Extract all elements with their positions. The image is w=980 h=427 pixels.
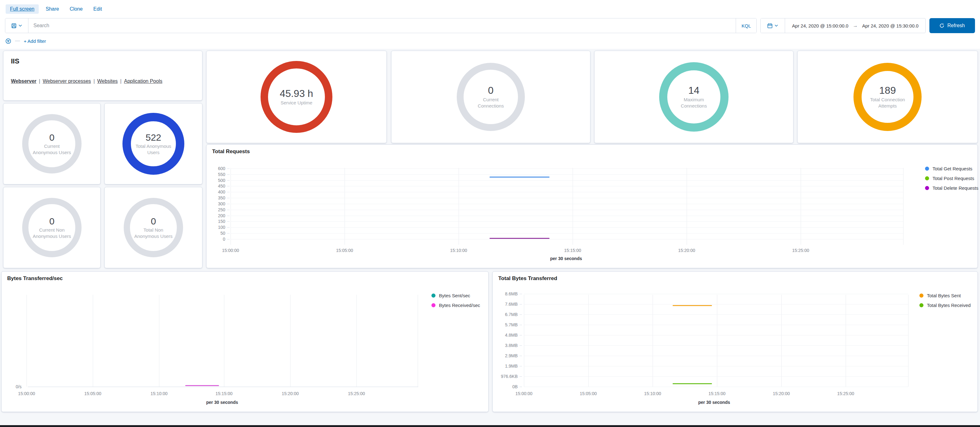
x-tick: 15:15:00 (557, 248, 588, 253)
gauge-total-anonymous-users: 522 Total Anonymous Users (105, 104, 202, 184)
gauge-value: 0 (471, 85, 511, 96)
date-to[interactable]: Apr 24, 2020 @ 15:30:00.0 (862, 23, 918, 29)
legend-label: Total Bytes Received (927, 303, 970, 308)
nav-edit[interactable]: Edit (94, 6, 102, 12)
add-filter-button[interactable]: + Add filter (24, 38, 46, 44)
kql-button[interactable]: KQL (736, 18, 756, 33)
y-tick: 50 (207, 231, 225, 236)
search-input[interactable] (29, 18, 736, 33)
legend-item[interactable]: Total Post Requests (925, 176, 978, 181)
iis-links: Webserver|Webserver processes|Websites|A… (11, 78, 162, 84)
gauge-value: 0 (132, 216, 175, 226)
panel-total-connection-attempts: 189 Total Connection Attempts (797, 51, 978, 143)
x-tick: 15:25:00 (830, 391, 861, 396)
legend-item[interactable]: Total Bytes Sent (920, 293, 970, 298)
gauge-current-connections: 0 Current Connections (391, 51, 590, 143)
series-line-total-delete-requests (490, 238, 549, 239)
filter-divider (15, 41, 20, 41)
refresh-label: Refresh (947, 23, 965, 29)
panel-current-connections: 0 Current Connections (391, 51, 590, 143)
dashboard-grid: IIS Webserver|Webserver processes|Websit… (0, 49, 980, 424)
y-tick: 250 (207, 207, 225, 212)
nav-clone[interactable]: Clone (70, 6, 83, 12)
date-from[interactable]: Apr 24, 2020 @ 15:00:00.0 (792, 23, 848, 29)
series-line-total-get-requests (490, 177, 549, 178)
gauge-value: 0 (30, 216, 73, 226)
filter-icon[interactable] (5, 38, 11, 44)
panel-bytes-transferred-per-sec: Bytes Transferred/sec 0/s 15:00:00 15:05… (1, 271, 488, 412)
x-tick: 15:05:00 (329, 248, 360, 253)
legend-dot (925, 176, 929, 180)
x-tick: 15:20:00 (766, 391, 797, 396)
link-application-pools[interactable]: Application Pools (124, 78, 162, 84)
y-tick: 2.9MB (493, 353, 518, 358)
gauge-total-non-anonymous-users: 0 Total Non Anonymous Users (105, 187, 202, 268)
nav-share[interactable]: Share (46, 6, 59, 12)
nav-full-screen[interactable]: Full screen (6, 4, 39, 14)
link-webserver-processes[interactable]: Webserver processes (43, 78, 91, 84)
x-tick: 15:25:00 (785, 248, 816, 253)
y-tick: 7.6MB (493, 302, 518, 307)
legend-label: Total Bytes Sent (927, 293, 961, 298)
x-tick: 15:20:00 (275, 391, 306, 396)
legend-dot (431, 293, 436, 298)
series-line-total-bytes-sent (673, 305, 712, 306)
link-webserver[interactable]: Webserver (11, 78, 37, 84)
save-icon (11, 23, 17, 29)
chart-title: Total Bytes Transferred (498, 276, 557, 282)
legend-item[interactable]: Total Delete Requests (925, 185, 978, 191)
gauge-current-anonymous-users: 0 Current Anonymous Users (3, 104, 100, 184)
x-tick: 15:10:00 (143, 391, 175, 396)
iis-title: IIS (11, 57, 19, 65)
y-tick: 5.7MB (493, 322, 518, 327)
query-bar-row: KQL Apr 24, 2020 @ 15:00:00.0 → Apr 24, … (0, 18, 980, 33)
gauge-value: 522 (134, 132, 173, 143)
y-tick: 976.6KB (493, 374, 518, 379)
chart-legend: Bytes Sent/sec Bytes Received/sec (431, 293, 480, 308)
chart-title: Total Requests (212, 148, 250, 155)
gauge-label: Current Non Anonymous Users (30, 227, 73, 239)
y-tick: 350 (207, 195, 225, 201)
legend-item[interactable]: Total Get Requests (925, 166, 978, 171)
legend-label: Total Delete Requests (932, 185, 978, 191)
legend-dot (925, 167, 929, 170)
gauge-label: Maximum Connections (673, 97, 714, 109)
legend-item[interactable]: Bytes Received/sec (431, 303, 480, 308)
x-tick: 15:20:00 (671, 248, 702, 253)
y-tick: 4.8MB (493, 333, 518, 338)
gauge-service-uptime: 45.93 h Service Uptime (207, 51, 387, 143)
date-arrow-icon: → (853, 23, 858, 29)
calendar-button[interactable] (761, 18, 785, 33)
legend-dot (431, 303, 436, 307)
chevron-down-icon (18, 24, 22, 27)
legend-item[interactable]: Bytes Sent/sec (431, 293, 480, 298)
chart-title: Bytes Transferred/sec (7, 276, 63, 282)
legend-label: Bytes Sent/sec (439, 293, 470, 298)
panel-total-non-anonymous-users: 0 Total Non Anonymous Users (104, 187, 202, 268)
y-tick: 0/s (2, 384, 22, 389)
top-navigation: Full screen Share Clone Edit (0, 0, 980, 18)
gauge-label: Total Non Anonymous Users (132, 227, 175, 239)
saved-query-button[interactable] (5, 18, 29, 33)
chevron-down-icon (775, 24, 778, 27)
gauge-current-non-anonymous-users: 0 Current Non Anonymous Users (3, 187, 100, 268)
legend-label: Total Get Requests (932, 166, 972, 171)
legend-item[interactable]: Total Bytes Received (920, 303, 970, 308)
panel-maximum-connections: 14 Maximum Connections (594, 51, 794, 143)
gauge-label: Total Connection Attempts (867, 97, 908, 109)
y-tick: 500 (207, 178, 225, 183)
link-separator: | (120, 78, 121, 84)
series-line-bytes-received-per-sec (185, 385, 219, 386)
calendar-icon (767, 23, 773, 29)
legend-label: Bytes Received/sec (439, 303, 480, 308)
panel-total-anonymous-users: 522 Total Anonymous Users (104, 103, 202, 185)
refresh-button[interactable]: Refresh (929, 18, 975, 33)
y-tick: 1.9MB (493, 363, 518, 368)
y-tick: 600 (207, 166, 225, 171)
link-websites[interactable]: Websites (97, 78, 118, 84)
gauge-value: 14 (673, 85, 714, 96)
legend-label: Total Post Requests (932, 176, 974, 181)
filter-bar: + Add filter (0, 33, 980, 49)
gauge-maximum-connections: 14 Maximum Connections (595, 51, 793, 143)
link-separator: | (94, 78, 95, 84)
